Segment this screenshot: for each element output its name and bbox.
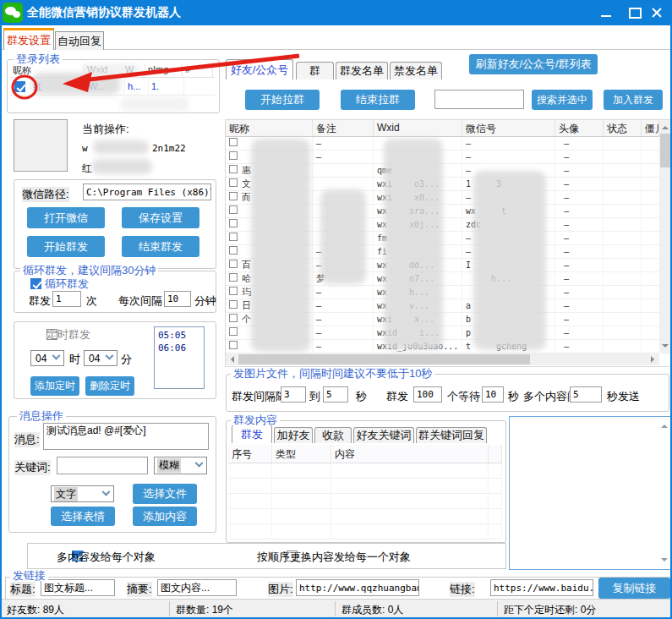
link-url-input[interactable]: https://www.baidu.com/ (490, 579, 593, 596)
loop-interval-input[interactable]: 10 (164, 291, 191, 307)
contact-row-checkbox[interactable] (229, 151, 238, 160)
status-group-count: 群数量: 19个 (176, 603, 233, 617)
content-tab-send[interactable]: 群发 (232, 425, 272, 443)
content-tab-group-keyword[interactable]: 群关键词回复 (416, 427, 487, 443)
minimize-button[interactable] (597, 7, 615, 19)
delete-timer-button[interactable]: 删除定时 (85, 376, 134, 396)
tab-banned-list[interactable]: 禁发名单 (390, 62, 442, 79)
interval-multi-input[interactable]: 5 (570, 386, 602, 403)
sequential-label[interactable]: 按顺序更换内容发给每一个对象 (257, 550, 411, 565)
search-input[interactable] (434, 90, 524, 109)
timer-item[interactable]: 05:05 (158, 329, 200, 342)
contact-row-checkbox[interactable] (229, 138, 238, 146)
close-button[interactable] (647, 7, 666, 19)
contacts-col-header[interactable]: Wxid (374, 120, 462, 136)
contacts-col-header[interactable]: 微信号 (462, 120, 555, 136)
content-row[interactable] (228, 524, 502, 540)
scroll-down-icon[interactable] (661, 558, 668, 565)
stop-send-button[interactable]: 结束群发 (122, 236, 199, 257)
timed-send-checkbox-label[interactable]: 定时群发 (46, 327, 90, 342)
contact-row-checkbox[interactable] (229, 260, 238, 268)
tab-friends-accounts[interactable]: 好友/公众号 (226, 59, 293, 79)
interval-from-input[interactable]: 3 (281, 386, 306, 403)
loop-send-checkbox[interactable] (30, 278, 41, 289)
chevron-down-icon (102, 487, 111, 496)
contacts-col-header[interactable]: 备注 (313, 120, 374, 136)
contact-row-checkbox[interactable] (229, 287, 238, 295)
open-wechat-button[interactable]: 打开微信 (27, 207, 105, 228)
contact-row-checkbox[interactable] (229, 165, 238, 173)
contact-row-checkbox[interactable] (229, 205, 238, 214)
content-row[interactable] (228, 479, 502, 494)
link-image-input[interactable]: http://www.qqzhuangban.c (296, 579, 419, 596)
contact-row-checkbox[interactable] (229, 233, 238, 241)
tab-groups[interactable]: 群 (296, 62, 334, 79)
keyword-input[interactable] (57, 457, 148, 474)
keyword-label: 关键词: (14, 460, 51, 475)
maximize-button[interactable] (626, 7, 644, 19)
start-pull-group-button[interactable]: 开始拉群 (245, 90, 320, 110)
select-file-button[interactable]: 选择文件 (133, 484, 197, 504)
loop-times-input[interactable]: 1 (52, 291, 81, 307)
wechat-path-label: 微信路径: (22, 187, 69, 202)
timer-item[interactable]: 06:06 (158, 342, 200, 354)
tab-send-settings[interactable]: 群发设置 (3, 28, 54, 50)
contact-zombie (642, 272, 659, 286)
content-tab-friend-keyword[interactable]: 好友关键词 (353, 427, 414, 443)
minute-select[interactable]: 04 (84, 350, 117, 366)
loop-send-checkbox-label[interactable]: 循环群发 (45, 277, 89, 292)
contact-row-checkbox[interactable] (229, 327, 238, 336)
tab-send-list[interactable]: 群发名单 (336, 62, 388, 79)
contacts-col-header[interactable]: 僵尸 (642, 120, 659, 136)
login-row-checkbox[interactable] (14, 81, 25, 92)
content-tab-add-friend[interactable]: 加好友 (274, 427, 313, 443)
scroll-up-icon[interactable] (661, 421, 668, 428)
contact-avatar: – (555, 326, 604, 340)
match-mode-select[interactable]: 模糊 (154, 457, 207, 474)
contact-row-checkbox[interactable] (229, 192, 238, 200)
search-select-button[interactable]: 搜索并选中 (532, 90, 593, 110)
interval-batch-input[interactable]: 100 (413, 386, 442, 403)
contact-row-checkbox[interactable] (229, 273, 238, 282)
interval-wait-input[interactable]: 10 (482, 386, 504, 403)
tab-auto-reply[interactable]: 自动回复 (55, 31, 104, 50)
content-row[interactable] (228, 509, 502, 524)
content-type-select[interactable]: 文字 (51, 485, 114, 502)
timer-list[interactable]: 05:05 06:06 (154, 326, 205, 389)
add-content-button[interactable]: 添加内容 (133, 507, 197, 526)
content-tab-payment[interactable]: 收款 (314, 427, 352, 443)
refresh-lists-button[interactable]: 刷新好友/公众号/群列表 (469, 54, 598, 74)
contact-row-checkbox[interactable] (229, 246, 238, 255)
contact-row-checkbox[interactable] (229, 314, 238, 322)
stop-pull-group-button[interactable]: 结束拉群 (341, 90, 415, 110)
link-title-input[interactable]: 图文标题... (41, 579, 115, 596)
minute-value: 04 (87, 353, 101, 364)
wechat-path-input[interactable]: C:\Program Files (x86)\ (83, 184, 211, 200)
message-textarea[interactable]: 测试消息ad! @#[爱心] (43, 423, 209, 450)
output-textarea[interactable] (509, 416, 672, 570)
contact-status (604, 137, 642, 151)
current-avatar (14, 119, 68, 172)
contact-row-checkbox[interactable] (229, 300, 238, 309)
link-summary-input[interactable]: 图文内容... (157, 579, 237, 596)
copy-link-button[interactable]: 复制链接 (598, 578, 670, 599)
contacts-col-header[interactable]: 昵称 (226, 120, 313, 136)
hour-select[interactable]: 04 (30, 350, 64, 366)
start-send-button[interactable]: 开始群发 (27, 236, 105, 257)
multi-content-label[interactable]: 多内容发给每个对象 (57, 550, 156, 565)
contact-row-checkbox[interactable] (229, 178, 238, 187)
content-row[interactable] (228, 463, 502, 479)
select-emoji-button[interactable]: 选择表情 (51, 507, 115, 526)
save-settings-button[interactable]: 保存设置 (122, 207, 199, 228)
contacts-col-header[interactable]: 状态 (604, 120, 642, 136)
contacts-vscrollbar[interactable] (659, 120, 671, 353)
contact-zombie (642, 178, 659, 191)
add-to-send-button[interactable]: 加入群发 (604, 90, 663, 110)
interval-to-input[interactable]: 5 (323, 386, 348, 403)
contacts-hscrollbar[interactable] (226, 353, 659, 365)
content-row[interactable] (228, 494, 502, 509)
contact-row-checkbox[interactable] (229, 341, 238, 349)
add-timer-button[interactable]: 添加定时 (30, 376, 79, 396)
contacts-col-header[interactable]: 头像 (555, 120, 604, 136)
contact-row-checkbox[interactable] (229, 219, 238, 227)
